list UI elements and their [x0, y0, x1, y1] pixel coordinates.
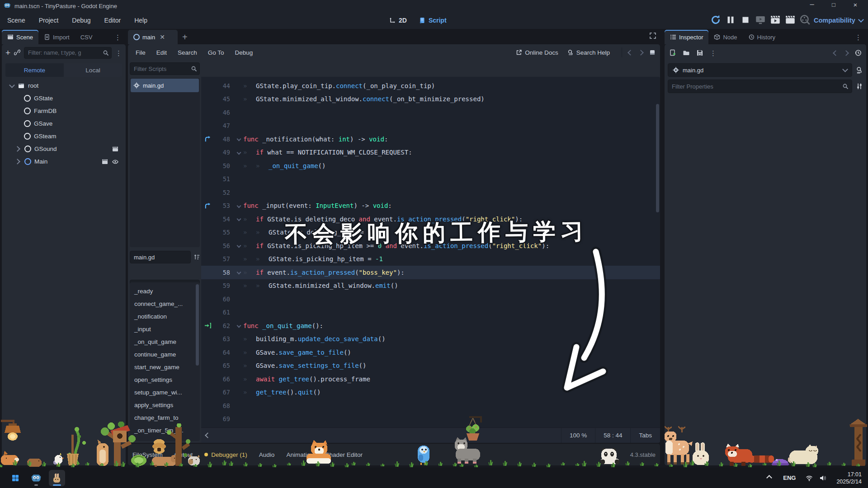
property-tools-icon[interactable] — [856, 83, 863, 90]
menu-project[interactable]: Project — [35, 15, 62, 26]
instance-scene-button[interactable] — [14, 49, 20, 57]
scene-slate-icon[interactable] — [112, 146, 118, 152]
method-item[interactable]: continue_game — [130, 348, 200, 361]
bottom-tab-shader-editor[interactable]: Shader Editor — [325, 451, 363, 458]
language-indicator[interactable]: ENG — [783, 474, 796, 481]
pause-button[interactable] — [725, 14, 736, 27]
menu-scene[interactable]: Scene — [4, 15, 29, 26]
movie-maker-icon[interactable] — [799, 14, 811, 27]
chevron-right-icon[interactable] — [14, 159, 20, 164]
tray-expand-icon[interactable] — [766, 475, 772, 481]
edited-object-dropdown[interactable]: main.gd — [668, 63, 852, 77]
maximize-button[interactable]: □ — [825, 1, 843, 8]
tab-scene[interactable]: Scene — [2, 30, 38, 44]
code-line[interactable]: 45»GState.minimized_all_window.connect(_… — [201, 93, 660, 106]
method-item[interactable]: _on_pla... — [130, 436, 200, 441]
code-line[interactable]: 61 — [201, 306, 660, 319]
code-line[interactable]: 62func _on_quit_game(): — [201, 319, 660, 333]
code-line[interactable]: 53func _input(event: InputEvent) -> void… — [201, 199, 660, 213]
code-editor[interactable]: 44»GState.play_coin_tip.connect(_on_play… — [201, 77, 660, 428]
code-line[interactable]: 66»await get_tree().process_frame — [201, 372, 660, 386]
tree-node-main[interactable]: Main — [6, 155, 121, 168]
add-node-button[interactable]: + — [5, 48, 10, 58]
workspace-script-button[interactable]: Script — [419, 17, 447, 24]
code-line[interactable]: 68 — [201, 399, 660, 413]
script-menu-search[interactable]: Search — [175, 48, 200, 57]
fold-chevron-icon[interactable] — [236, 244, 241, 248]
code-line[interactable]: 69 — [201, 413, 660, 426]
open-docs-icon[interactable] — [856, 66, 863, 74]
menu-help[interactable]: Help — [131, 15, 151, 26]
eye-icon[interactable] — [112, 159, 118, 165]
zoom-level[interactable]: 100 % — [561, 428, 595, 443]
method-item[interactable]: _on_timer_5m_t... — [130, 424, 200, 436]
search-help-button[interactable]: Search Help — [567, 49, 610, 56]
method-item[interactable]: _input — [130, 323, 200, 335]
script-panel-icon[interactable] — [649, 49, 656, 56]
wifi-icon[interactable] — [806, 474, 813, 482]
code-line[interactable]: 60 — [201, 292, 660, 306]
filter-properties-input[interactable] — [668, 80, 852, 93]
fold-chevron-icon[interactable] — [236, 217, 241, 221]
new-tab-button[interactable]: + — [182, 32, 188, 42]
bottom-tab-debugger[interactable]: Debugger (1) — [204, 451, 247, 458]
method-item[interactable]: setup_game_wi... — [130, 386, 200, 399]
method-item[interactable]: start_new_game — [130, 361, 200, 373]
code-line[interactable]: 47 — [201, 119, 660, 133]
bottom-tab-output[interactable]: Output — [175, 451, 193, 458]
object-history-icon[interactable] — [854, 49, 862, 56]
code-scrollbar[interactable] — [656, 104, 659, 212]
resource-menu-icon[interactable]: ⋮ — [710, 50, 717, 56]
script-menu-debug[interactable]: Debug — [232, 48, 256, 57]
volume-icon[interactable] — [819, 474, 826, 482]
history-forward-icon[interactable] — [638, 50, 644, 56]
filter-scripts-input[interactable] — [130, 62, 200, 75]
play-remote-icon[interactable] — [755, 14, 766, 27]
distraction-free-icon[interactable] — [649, 32, 656, 41]
method-item[interactable]: change_farm_to — [130, 411, 200, 424]
fold-chevron-icon[interactable] — [236, 324, 241, 328]
scroll-left-icon[interactable] — [205, 432, 211, 438]
load-resource-folder-icon[interactable] — [683, 49, 690, 56]
script-name-field[interactable] — [130, 251, 191, 263]
bottom-tab-filesystem[interactable]: FileSystem — [132, 451, 163, 458]
clock[interactable]: 17:01 2025/2/14 — [836, 471, 862, 485]
code-line[interactable]: 59»»GState.minimized_all_window.emit() — [201, 279, 660, 293]
tree-node-gsteam[interactable]: GSteam — [6, 130, 121, 142]
start-button[interactable] — [7, 470, 24, 486]
scene-tab-main[interactable]: main ✕ — [128, 30, 178, 44]
method-item[interactable]: _notification — [130, 310, 200, 323]
code-line[interactable]: 49»if what == NOTIFICATION_WM_CLOSE_REQU… — [201, 146, 660, 160]
renderer-dropdown[interactable]: Compatibility — [814, 12, 863, 29]
chevron-right-icon[interactable] — [14, 146, 20, 152]
fold-chevron-icon[interactable] — [236, 270, 241, 275]
tree-node-farmdb[interactable]: FarmDB — [6, 105, 121, 117]
bottom-tab-audio[interactable]: Audio — [259, 451, 275, 458]
dock-menu-icon[interactable]: ⋮ — [114, 34, 121, 41]
local-tab[interactable]: Local — [64, 63, 122, 77]
scene-filter-input[interactable] — [24, 47, 112, 59]
code-line[interactable]: 57»»GState.is_picking_hp_item = -1 — [201, 253, 660, 266]
workspace-2d-button[interactable]: 2D — [389, 17, 407, 24]
tab-inspector[interactable]: Inspector — [665, 30, 708, 44]
caret-position[interactable]: 58 : 44 — [595, 428, 630, 443]
method-item[interactable]: _on_quit_game — [130, 335, 200, 348]
tree-node-gsound[interactable]: GSound — [6, 143, 121, 155]
tab-csv[interactable]: CSV — [75, 30, 98, 44]
remote-tab[interactable]: Remote — [5, 63, 64, 77]
minimize-button[interactable]: ─ — [803, 1, 821, 8]
tab-history[interactable]: History — [743, 30, 781, 44]
script-menu-goto[interactable]: Go To — [205, 48, 227, 57]
inspector-back-icon[interactable] — [833, 50, 839, 56]
sort-methods-icon[interactable] — [193, 254, 200, 260]
code-line[interactable]: 51 — [201, 173, 660, 186]
script-menu-file[interactable]: File — [132, 48, 149, 57]
history-back-icon[interactable] — [627, 50, 633, 56]
play-scene-button[interactable] — [769, 14, 781, 27]
code-line[interactable]: 44»GState.play_coin_tip.connect(_on_play… — [201, 79, 660, 93]
tree-node-gsave[interactable]: GSave — [6, 117, 121, 130]
tree-menu-icon[interactable]: ⋮ — [115, 50, 122, 56]
scene-slate-icon[interactable] — [102, 159, 108, 165]
code-line[interactable]: 48func _notification(what: int) -> void: — [201, 132, 660, 146]
method-item[interactable]: open_settings — [130, 373, 200, 386]
